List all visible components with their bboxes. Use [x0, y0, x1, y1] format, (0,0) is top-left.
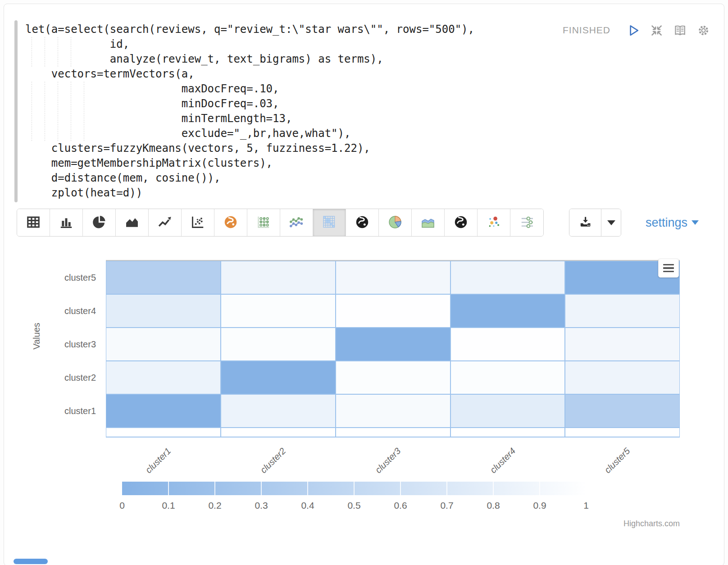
chart-type-globe-dark-2-button[interactable] — [445, 209, 478, 236]
heatmap-cell-cluster1-cluster3[interactable] — [336, 395, 450, 427]
download-dropdown-button[interactable] — [601, 209, 621, 236]
code-line: zplot(heat=d)) — [25, 186, 474, 200]
settings-label: settings — [646, 216, 687, 230]
table-icon — [25, 214, 41, 232]
heatmap-cell-cluster1-cluster1[interactable] — [106, 395, 220, 427]
heatmap-cell-cluster4-cluster1[interactable] — [106, 295, 220, 327]
code-line: maxDocFreq=.10, — [25, 82, 474, 96]
code-line: mem=getMembershipMatrix(clusters), — [25, 156, 474, 171]
plot-top-border — [106, 260, 680, 261]
area-chart-icon — [124, 214, 140, 232]
code-block[interactable]: let(a=select(search(reviews, q="review_t… — [25, 22, 474, 200]
multi-line-chart-icon — [288, 214, 305, 232]
y-axis-label-cluster5: cluster5 — [4, 271, 96, 284]
heatmap-cell-cluster5-cluster4[interactable] — [451, 261, 564, 294]
heatmap-cell-cluster1-cluster5[interactable] — [565, 395, 679, 427]
y-axis-label-cluster3: cluster3 — [4, 338, 96, 351]
pie-chart-pastel-icon — [387, 214, 403, 232]
run-icon[interactable] — [626, 23, 640, 37]
heatmap-cell-cluster2-cluster2[interactable] — [221, 361, 335, 394]
heatmap-cell-cluster4-cluster2[interactable] — [221, 295, 335, 327]
y-axis-label-cluster2: cluster2 — [4, 371, 96, 384]
paragraph-status: FINISHED — [563, 25, 610, 36]
highcharts-credits[interactable]: Highcharts.com — [623, 519, 680, 529]
gear-icon[interactable] — [696, 23, 710, 37]
heatmap-cell-cluster2-cluster1[interactable] — [106, 361, 220, 394]
chart-type-slider-levels-button[interactable] — [510, 209, 543, 236]
chart-type-bubble-chart-button[interactable] — [478, 209, 510, 236]
heatmap-cell-cluster5-cluster3[interactable] — [336, 261, 450, 294]
heatmap-cell-cluster3-cluster2[interactable] — [221, 328, 335, 360]
x-axis-label-cluster3: cluster3 — [373, 446, 403, 475]
book-icon[interactable] — [673, 23, 687, 37]
chart-type-pie-chart-pastel-button[interactable] — [379, 209, 412, 236]
color-axis-tick-label: 0.1 — [150, 500, 187, 511]
scatter-matrix-icon — [255, 214, 272, 232]
color-axis-tick-label: 0.8 — [475, 500, 511, 511]
heatmap-cell-cluster1-cluster4[interactable] — [451, 395, 564, 427]
plot-bottom-strip — [221, 428, 335, 437]
color-axis-legend — [122, 482, 586, 495]
globe-dark-2-icon — [453, 214, 469, 232]
heatmap-cell-cluster3-cluster5[interactable] — [565, 328, 679, 360]
color-axis-tick — [354, 482, 355, 495]
chart-type-pie-chart-button[interactable] — [83, 209, 116, 236]
heatmap-chart: Values cluster5cluster4cluster3cluster2c… — [4, 250, 724, 563]
x-axis-label-cluster5: cluster5 — [603, 446, 632, 475]
heatmap-cell-cluster2-cluster3[interactable] — [336, 361, 450, 394]
chart-context-menu-button[interactable] — [658, 259, 679, 278]
heatmap-cell-cluster2-cluster5[interactable] — [565, 361, 679, 394]
color-axis-tick-label: 0 — [104, 500, 140, 511]
code-line: minTermLength=13, — [25, 111, 474, 126]
chart-type-bar-chart-button[interactable] — [50, 209, 83, 236]
x-axis-label-cluster4: cluster4 — [488, 446, 518, 475]
heatmap-cell-cluster4-cluster3[interactable] — [336, 295, 450, 327]
chart-type-scatter-plot-button[interactable] — [182, 209, 214, 236]
chart-type-multi-line-chart-button[interactable] — [280, 209, 313, 236]
editor-scrollbar[interactable] — [14, 20, 18, 202]
heatmap-cell-cluster4-cluster4[interactable] — [451, 295, 564, 327]
plot-bottom-strip — [106, 428, 220, 437]
color-axis-tick-label: 0.2 — [197, 500, 233, 511]
color-axis-tick-label: 1 — [568, 500, 604, 511]
heatmap-cell-cluster3-cluster1[interactable] — [106, 328, 220, 360]
heatmap-cell-cluster4-cluster5[interactable] — [565, 295, 679, 327]
y-axis-label-cluster4: cluster4 — [4, 305, 96, 317]
scatter-plot-icon — [190, 214, 206, 232]
chart-type-globe-dark-button[interactable] — [346, 209, 379, 236]
download-split-button — [569, 209, 621, 237]
heatmap-cell-cluster5-cluster2[interactable] — [221, 261, 335, 294]
download-button[interactable] — [569, 209, 601, 236]
heatmap-cell-cluster3-cluster3[interactable] — [336, 328, 450, 360]
color-axis-tick — [539, 482, 540, 495]
chart-type-line-chart-button[interactable] — [149, 209, 182, 236]
chart-type-group — [17, 209, 544, 237]
paragraph-controls: FINISHED — [563, 23, 710, 37]
heatmap-cell-cluster5-cluster1[interactable] — [106, 261, 220, 294]
heatmap-cell-cluster3-cluster4[interactable] — [451, 328, 564, 360]
color-axis-tick — [446, 482, 447, 495]
settings-button[interactable]: settings — [646, 216, 699, 230]
chevron-down-icon — [692, 220, 699, 225]
bubble-chart-icon — [486, 214, 502, 232]
chart-type-heatmap-button[interactable] — [313, 209, 346, 236]
compress-icon[interactable] — [649, 23, 664, 37]
chevron-down-icon — [607, 220, 615, 225]
horizontal-scrollbar-thumb[interactable] — [14, 559, 48, 564]
chart-type-area-chart-button[interactable] — [116, 209, 149, 236]
chart-type-area-chart-pastel-button[interactable] — [412, 209, 445, 236]
plot-bottom-strip — [565, 428, 679, 437]
heatmap-icon — [321, 214, 337, 232]
chart-type-map-globe-orange-button[interactable] — [214, 209, 247, 236]
heatmap-cell-cluster1-cluster2[interactable] — [221, 395, 335, 427]
chart-type-scatter-matrix-button[interactable] — [247, 209, 280, 236]
code-line: minDocFreq=.03, — [25, 96, 474, 111]
heatmap-cell-cluster2-cluster4[interactable] — [451, 361, 564, 394]
download-icon — [578, 215, 592, 230]
color-axis-tick — [261, 482, 262, 495]
color-axis-tick-label: 0.3 — [243, 500, 279, 511]
area-chart-pastel-icon — [420, 214, 436, 232]
color-axis-tick — [214, 482, 215, 495]
chart-type-table-button[interactable] — [17, 209, 50, 236]
color-axis-tick — [400, 482, 401, 495]
